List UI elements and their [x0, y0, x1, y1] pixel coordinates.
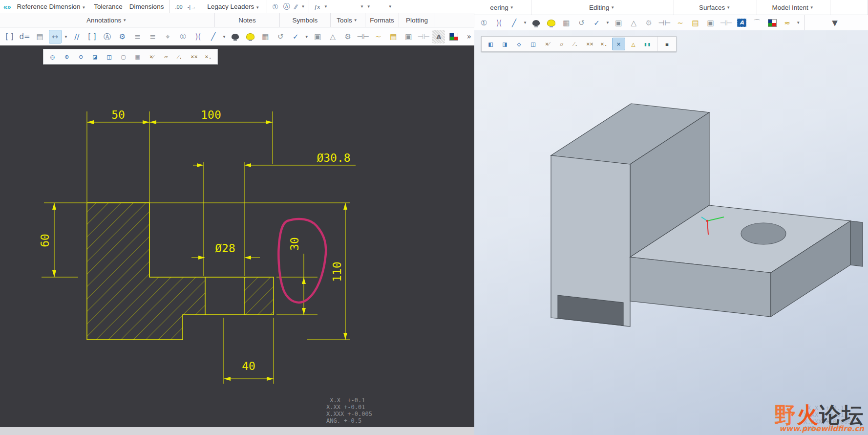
menu-tolerance[interactable]: Tolerance [90, 3, 126, 10]
model-canvas[interactable]: ◧◨◇◫×⁄▱⁄.×××.×△▮▮▪ [474, 30, 868, 435]
list-clear-icon[interactable]: ≡ [146, 30, 159, 44]
group-symbols[interactable]: Symbols [280, 13, 331, 27]
bulb-yellow-icon[interactable] [545, 16, 557, 30]
separator [267, 0, 267, 13]
brackets-icon[interactable]: [ ] [3, 30, 16, 44]
ribbon-menu-row: «»Reference Dimension▼ToleranceDimension… [0, 0, 474, 13]
triangle-aa-icon[interactable]: △ [627, 16, 640, 30]
dimension-texts[interactable]: 50 100 Ø30.8 Ø28 60 110 30 40 [39, 109, 351, 372]
dimension-icon[interactable]: ↔ [49, 30, 62, 44]
dropdown-arrow-icon[interactable]: ▼ [796, 21, 800, 25]
images-icon[interactable]: ▦ [560, 16, 572, 30]
group-engineering-truncated[interactable]: eering▼ [474, 0, 531, 15]
dropdown-arrow-icon[interactable]: ▼ [324, 4, 328, 9]
bulb-dark-icon[interactable] [529, 16, 542, 30]
wave-icon[interactable]: ∼ [674, 16, 686, 30]
hatched-a-icon[interactable]: A [432, 30, 445, 44]
drawing-window: «»Reference Dimension▼ToleranceDimension… [0, 0, 475, 435]
group-model-intent[interactable]: Model Intent▼ [757, 0, 830, 15]
save-icon[interactable]: ▣ [704, 16, 717, 30]
brackets2-icon[interactable]: [ ] [85, 30, 98, 44]
save-view-icon[interactable]: ▣ [311, 30, 324, 44]
group-notes-label: Notes [238, 17, 255, 24]
decimal-places-icon[interactable]: .00 [172, 4, 185, 10]
save-icon[interactable]: ▣ [402, 30, 415, 44]
ruler-icon[interactable]: ╱ [508, 16, 521, 30]
dropdown-arrow-icon[interactable]: ▼ [305, 35, 309, 39]
ruler-icon[interactable]: ╱ [207, 30, 219, 44]
dropdown-arrow-icon[interactable]: ▼ [367, 4, 371, 9]
balloon-symbol-icon[interactable]: ① [270, 3, 281, 11]
part-3d[interactable] [551, 104, 863, 326]
dropdown-arrow-icon: ▼ [123, 18, 127, 22]
datum-target-icon[interactable]: Ⓐ [281, 2, 293, 11]
list-icon[interactable]: ≡ [131, 30, 144, 44]
overflow-arrow-icon[interactable]: ▼ [828, 16, 841, 30]
text-style-icon[interactable]: A [736, 16, 748, 30]
relations-fx-icon[interactable]: ƒx [312, 4, 322, 10]
group-notes[interactable]: Notes [215, 13, 280, 27]
dropdown-arrow-icon[interactable]: ▼ [222, 35, 226, 39]
dropdown-arrow-icon[interactable]: ▼ [523, 21, 527, 25]
menu-dimensions[interactable]: Dimensions [126, 3, 168, 10]
gears-icon[interactable]: ⚙ [642, 16, 655, 30]
balloon-icon[interactable]: ① [176, 30, 189, 44]
color-swatch-icon[interactable] [447, 30, 460, 44]
save-view-icon[interactable]: ▣ [612, 16, 625, 30]
symbol-a-icon[interactable]: Ⓐ [101, 30, 113, 44]
quick-toolbar: [ ]d=▤↔▼∕∕[ ]Ⓐ⚙≡≡⌖①)(╱▼▦↺✓▼▣△⚙⊣⊢∼▤▣⊣⊢A» [0, 27, 474, 46]
dim-flip-icon[interactable]: ⊣⊢ [417, 30, 430, 44]
copy-add-icon[interactable]: ▤ [387, 30, 400, 44]
dropdown-arrow-icon[interactable]: ▼ [388, 4, 392, 9]
dim-equals-icon[interactable]: d= [19, 30, 31, 44]
dropdown-arrow-icon[interactable]: ▼ [360, 4, 364, 9]
copy-icon[interactable]: ▤ [34, 30, 46, 44]
group-editing-label: Editing [589, 4, 609, 11]
annotation-gear-icon[interactable]: ⚙ [116, 30, 128, 44]
flip-arrow-icon[interactable]: -|→ [185, 4, 199, 10]
dim-tool-icon[interactable]: ⊣⊢ [357, 30, 369, 44]
dropdown-arrow-icon: ▼ [810, 5, 814, 10]
reference-dimension-icon[interactable]: «» [1, 3, 14, 11]
double-arc-icon[interactable]: )( [493, 16, 506, 30]
tolerance-line: X.X +-0.1 [326, 397, 372, 404]
surface-finish-flag-icon[interactable]: ⌖ [161, 30, 174, 44]
menu-legacy-leaders[interactable]: Legacy Leaders▼ [204, 3, 264, 10]
surface-finish-icon[interactable]: ∕∕ [293, 3, 300, 11]
dropdown-arrow-icon[interactable]: ▼ [64, 35, 68, 39]
spring-icon[interactable]: ≈ [781, 16, 794, 30]
bulb-yellow-icon[interactable] [244, 30, 256, 44]
refresh-icon[interactable]: ↺ [274, 30, 287, 44]
images-icon[interactable]: ▦ [259, 30, 272, 44]
double-arc-icon[interactable]: )( [191, 30, 204, 44]
model-view[interactable] [474, 30, 868, 435]
measure-icon[interactable]: ⌒ [751, 16, 763, 30]
bulb-dark-icon[interactable] [229, 30, 241, 44]
copy-add-icon[interactable]: ▤ [689, 16, 701, 30]
group-formats[interactable]: Formats [365, 13, 399, 27]
dropdown-arrow-icon[interactable]: ▼ [606, 21, 610, 25]
group-annotations[interactable]: Annotations▼ [0, 13, 215, 27]
overflow-icon[interactable]: » [463, 30, 475, 44]
refresh-icon[interactable]: ↺ [575, 16, 588, 30]
drawing-canvas[interactable]: ◎⊕⊖◪◫▢▣×⁄▱⁄.×××. [0, 45, 474, 427]
triangle-aa-icon[interactable]: △ [326, 30, 339, 44]
wave-icon[interactable]: ∼ [372, 30, 384, 44]
dropdown-arrow-icon[interactable]: ▼ [301, 4, 305, 9]
group-plotting[interactable]: Plotting [399, 13, 435, 27]
parallel-lines-icon[interactable]: ∕∕ [70, 30, 83, 44]
dim-tool-icon[interactable]: ⊣⊢ [657, 16, 671, 30]
balloon-icon[interactable]: ① [478, 16, 490, 30]
group-surfaces[interactable]: Surfaces▼ [674, 0, 757, 15]
drawing-sheet[interactable]: 50 100 Ø30.8 Ø28 60 110 30 40 [0, 45, 474, 427]
check-icon[interactable]: ✓ [289, 30, 302, 44]
check-icon[interactable]: ✓ [590, 16, 603, 30]
highlight-annotation-mark [278, 219, 326, 303]
gears-icon[interactable]: ⚙ [341, 30, 354, 44]
group-tools[interactable]: Tools▼ [331, 13, 365, 27]
color-swatch-icon[interactable] [766, 16, 779, 30]
menu-reference-dimension[interactable]: Reference Dimension▼ [14, 3, 91, 10]
group-editing[interactable]: Editing▼ [531, 0, 674, 15]
hole[interactable] [741, 223, 786, 244]
dim-flip-icon[interactable]: ⊣⊢ [719, 16, 733, 30]
